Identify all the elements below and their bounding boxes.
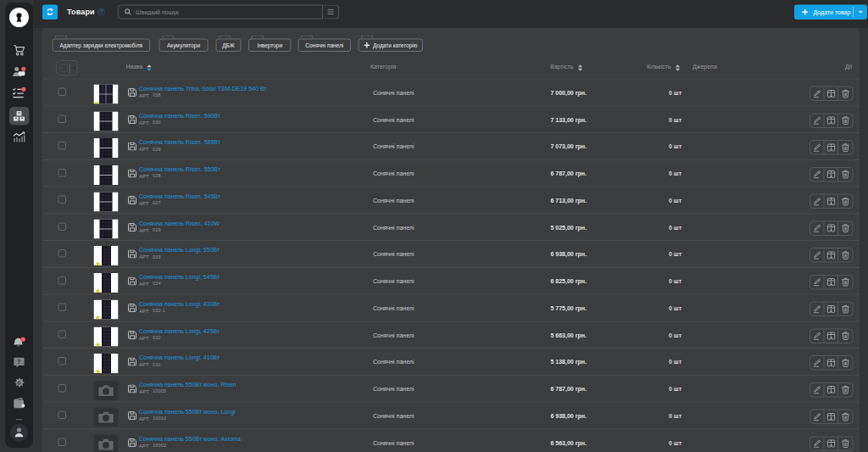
svg-text:?: ?	[17, 358, 21, 366]
